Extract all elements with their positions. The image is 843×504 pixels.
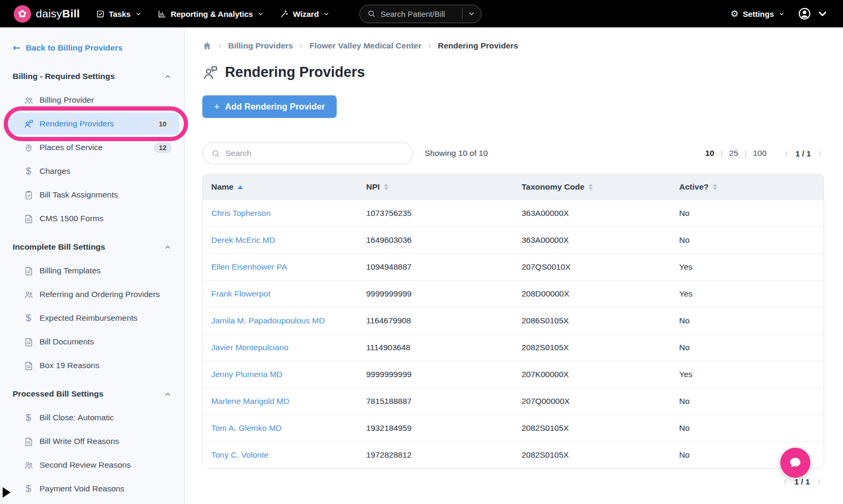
chevron-down-icon (816, 7, 829, 21)
dollar-icon: $ (23, 313, 34, 323)
sidebar-item-charges[interactable]: $ Charges (8, 160, 179, 182)
chevron-down-icon (778, 11, 785, 17)
sidebar-item-expected-reimbursements[interactable]: $ Expected Reimbursements (8, 307, 179, 329)
taxonomy-cell: 208D00000X (513, 289, 671, 299)
sidebar-item-payment-void-reasons[interactable]: $ Payment Void Reasons (8, 478, 179, 500)
account-menu[interactable] (798, 7, 829, 21)
daisybill-logo[interactable]: ✿ daisyBill (14, 5, 80, 23)
sidebar-item-bill-documents[interactable]: Bill Documents (8, 331, 179, 353)
sidebar-item-cms-1500-forms[interactable]: CMS 1500 Forms (8, 207, 179, 230)
page-title: Rendering Providers (225, 64, 365, 81)
sidebar-item-label: Billing Provider (40, 95, 94, 105)
column-label: Taxonomy Code (522, 182, 584, 192)
prev-page-icon[interactable] (782, 150, 790, 157)
home-icon[interactable] (202, 41, 212, 51)
sidebar-item-box-19-reasons[interactable]: Box 19 Reasons (8, 354, 179, 377)
provider-name-link[interactable]: Chris Topherson (211, 209, 271, 218)
menu-tasks-label: Tasks (109, 9, 131, 18)
count-badge: 10 (154, 118, 172, 130)
daisy-flower-icon: ✿ (14, 5, 31, 23)
divider: | (721, 149, 723, 158)
taxonomy-cell: 207Q00000X (513, 397, 671, 406)
sidebar-item-label: Rendering Providers (40, 119, 114, 129)
sidebar-item-bill-write-off-reasons[interactable]: Bill Write Off Reasons (8, 430, 179, 452)
table-body: Chris Topherson 1073756235 363A00000X No… (203, 200, 824, 468)
sidebar-section-header-billing-required-settings[interactable]: Billing - Required Settings (0, 65, 184, 87)
table-row-derek-mceric-md: Derek McEric MD 1649603036 363A00000X No (203, 226, 824, 253)
sidebar-item-label: Bill Write Off Reasons (40, 437, 119, 446)
sidebar-item-rendering-providers[interactable]: Rendering Providers 10 (8, 113, 179, 135)
column-header-name[interactable]: Name (203, 182, 358, 192)
sidebar-section-items: Billing Provider Rendering Providers 10 … (0, 89, 184, 230)
provider-name-link[interactable]: Tony C. Volonte (211, 450, 269, 459)
page-size-selector: 10 | 25 | 100 (705, 149, 766, 158)
sidebar-item-bill-close-automatic[interactable]: $ Bill Close: Automatic (8, 407, 179, 429)
sidebar-section-items: Billing Templates Referring and Ordering… (0, 260, 184, 377)
dollar-icon: $ (23, 484, 34, 493)
breadcrumb-rendering-providers: Rendering Providers (438, 41, 518, 51)
sort-icon (589, 184, 593, 190)
npi-cell: 1972828812 (358, 450, 513, 460)
count-badge: 12 (154, 142, 172, 153)
patient-bill-search[interactable]: Search Patient/Bill (359, 5, 482, 23)
back-to-billing-providers-link[interactable]: ← Back to Billing Providers (0, 35, 184, 59)
menu-tasks[interactable]: Tasks (96, 9, 142, 18)
column-header-npi[interactable]: NPI (358, 182, 513, 192)
provider-name-link[interactable]: Javier Montepulciano (211, 343, 288, 352)
table-row-jenny-plumeria-md: Jenny Plumeria MD 9999999999 207K00000X … (203, 361, 824, 388)
sidebar-item-label: Payment Void Reasons (40, 484, 124, 493)
provider-name-link[interactable]: Jenny Plumeria MD (211, 370, 282, 379)
sidebar-item-second-review-reasons[interactable]: Second Review Reasons (8, 454, 179, 476)
provider-name-link[interactable]: Derek McEric MD (211, 235, 275, 244)
sidebar-section-header-incomplete-bill-settings[interactable]: Incomplete Bill Settings (0, 236, 184, 258)
page-size-25[interactable]: 25 (729, 149, 738, 158)
menu-reporting-analytics[interactable]: Reporting & Analytics (158, 9, 264, 18)
active-cell: Yes (671, 262, 824, 272)
add-rendering-provider-button[interactable]: + Add Rendering Provider (202, 95, 337, 118)
add-button-label: Add Rendering Provider (225, 102, 325, 112)
prev-page-icon[interactable] (781, 478, 789, 486)
provider-name-link[interactable]: Jamila M. Papadoupoulous MD (211, 316, 325, 325)
search-input[interactable] (226, 149, 404, 158)
sidebar-section-header-processed-bill-settings[interactable]: Processed Bill Settings (0, 383, 184, 405)
sidebar-item-referring-and-ordering-providers[interactable]: Referring and Ordering Providers (8, 283, 179, 305)
sidebar-item-label: Second Review Reasons (40, 460, 131, 470)
provider-name-link[interactable]: Marlene Marigold MD (211, 397, 289, 406)
table-row-chris-topherson: Chris Topherson 1073756235 363A00000X No (203, 200, 824, 226)
sidebar-item-billing-templates[interactable]: Billing Templates (8, 260, 179, 282)
sidebar-item-billing-provider[interactable]: Billing Provider (8, 89, 179, 111)
sidebar-item-label: Billing Templates (40, 266, 101, 275)
page-size-10[interactable]: 10 (705, 149, 714, 158)
breadcrumb-billing-providers[interactable]: Billing Providers (228, 41, 293, 51)
settings-menu[interactable]: ⚙ Settings (731, 9, 785, 18)
active-cell: No (671, 397, 824, 406)
provider-name-link[interactable]: Tom A. Glemko MD (211, 423, 282, 432)
taxonomy-cell: 2086S0105X (513, 316, 671, 325)
sidebar-item-label: Expected Reimbursements (40, 313, 138, 323)
clipboard-icon (23, 190, 34, 200)
sidebar-section: Processed Bill Settings $ Bill Close: Au… (0, 383, 184, 500)
toolbar-right: 10 | 25 | 100 1 / 1 (705, 149, 824, 158)
dollar-icon: $ (23, 166, 34, 176)
column-header-active[interactable]: Active? (671, 182, 824, 192)
sidebar-item-places-of-service[interactable]: Places of Service 12 (8, 136, 179, 159)
column-label: NPI (366, 182, 380, 192)
reporting-icon (158, 9, 166, 18)
back-link-label: Back to Billing Providers (26, 43, 122, 53)
column-header-taxonomy[interactable]: Taxonomy Code (513, 182, 671, 192)
sidebar-item-bill-task-assignments[interactable]: Bill Task Assignments (8, 184, 179, 206)
table-search (202, 142, 413, 164)
column-label: Active? (679, 182, 709, 192)
breadcrumb-flower-valley[interactable]: Flower Valley Medical Center (309, 41, 422, 51)
next-page-icon[interactable] (816, 150, 824, 157)
provider-name-link[interactable]: Frank Flowerpot (211, 289, 270, 298)
chat-launcher-button[interactable] (780, 448, 810, 478)
sidebar-item-label: Bill Documents (40, 337, 94, 347)
page-size-100[interactable]: 100 (753, 149, 767, 158)
sidebar-item-label: Referring and Ordering Providers (40, 290, 160, 299)
provider-name-link[interactable]: Ellen Eisenhower PA (211, 262, 287, 271)
document-icon (23, 214, 34, 224)
next-page-icon[interactable] (815, 478, 823, 486)
pagination-top: 1 / 1 (782, 149, 824, 158)
menu-wizard[interactable]: Wizard (280, 9, 330, 18)
